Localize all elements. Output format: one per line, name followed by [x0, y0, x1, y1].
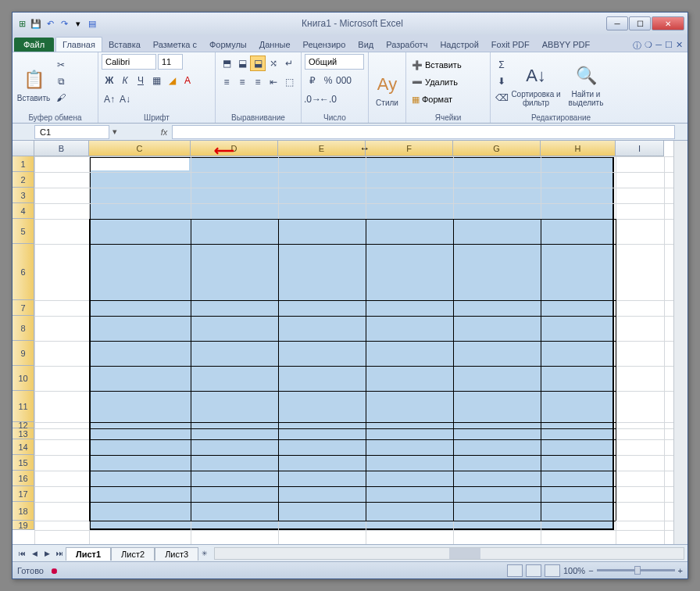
shrink-font-icon[interactable]: A↓ [117, 91, 133, 107]
worksheet-grid[interactable]: BCDEFGHI 12345678910111213141516171819 ⟵… [12, 141, 688, 544]
row-header-5[interactable]: 5 [12, 219, 34, 244]
fill-icon[interactable]: ⬇ [494, 73, 509, 89]
maximize-button[interactable]: ☐ [629, 16, 651, 30]
row-header-11[interactable]: 11 [12, 391, 34, 422]
macro-record-icon[interactable]: ⏺ [50, 566, 59, 575]
increase-decimal-icon[interactable]: .0→ [305, 91, 320, 107]
tab-abbyy[interactable]: ABBYY PDF [536, 38, 597, 52]
sheet-tab-2[interactable]: Лист2 [111, 547, 155, 561]
align-left-icon[interactable]: ≡ [219, 74, 234, 90]
row-header-16[interactable]: 16 [12, 471, 34, 486]
zoom-in-icon[interactable]: + [678, 566, 683, 575]
copy-icon[interactable]: ⧉ [53, 73, 69, 89]
cut-icon[interactable]: ✂ [53, 57, 69, 73]
align-bottom-icon[interactable]: ⬓ [250, 56, 266, 71]
fx-icon[interactable]: fx [156, 127, 172, 137]
column-header-G[interactable]: G [453, 141, 541, 156]
styles-button[interactable]: Ay Стили [372, 54, 402, 121]
align-right-icon[interactable]: ≡ [250, 74, 266, 90]
namebox-dropdown-icon[interactable]: ▾ [109, 127, 120, 137]
tab-data[interactable]: Данные [253, 38, 297, 52]
doc-close-icon[interactable]: ✕ [676, 40, 683, 52]
merge-icon[interactable]: ⬚ [281, 74, 297, 90]
redo-icon[interactable]: ↷ [58, 17, 70, 30]
row-header-17[interactable]: 17 [12, 486, 34, 502]
undo-icon[interactable]: ↶ [44, 17, 56, 30]
autosum-icon[interactable]: Σ [494, 57, 509, 73]
tab-layout[interactable]: Разметка с [147, 38, 203, 52]
row-header-10[interactable]: 10 [12, 366, 34, 391]
row-header-15[interactable]: 15 [12, 455, 34, 471]
sheet-tab-1[interactable]: Лист1 [66, 547, 111, 561]
number-format[interactable]: Общий [305, 54, 364, 70]
tab-review[interactable]: Рецензиро [297, 38, 352, 52]
comma-icon[interactable]: 000 [336, 73, 352, 88]
align-top-icon[interactable]: ⬒ [219, 56, 234, 71]
row-header-1[interactable]: 1 [12, 156, 34, 172]
currency-icon[interactable]: ₽ [305, 73, 320, 88]
normal-view-button[interactable] [507, 564, 523, 577]
bold-button[interactable]: Ж [102, 73, 117, 88]
column-header-H[interactable]: H [541, 141, 616, 156]
paste-button[interactable]: 📋 Вставить [16, 54, 52, 113]
row-header-18[interactable]: 18 [12, 502, 34, 521]
minimize-ribbon-icon[interactable]: ⓘ [633, 40, 641, 52]
save-icon[interactable]: 💾 [30, 17, 42, 30]
format-cells-button[interactable]: ▦Формат [409, 91, 487, 107]
row-header-4[interactable]: 4 [12, 203, 34, 219]
column-header-I[interactable]: I [616, 141, 664, 156]
italic-button[interactable]: К [117, 73, 133, 88]
align-middle-icon[interactable]: ⬓ [234, 56, 250, 71]
sheet-nav-next-icon[interactable]: ▶ [41, 547, 53, 560]
sheet-nav-last-icon[interactable]: ⏭ [53, 547, 66, 560]
indent-dec-icon[interactable]: ⇤ [266, 74, 281, 90]
font-color-button[interactable]: A [180, 73, 195, 88]
find-select-button[interactable]: 🔍 Найти и выделить [562, 54, 609, 113]
tab-home[interactable]: Главная [55, 37, 102, 52]
row-header-13[interactable]: 13 [12, 428, 34, 439]
tab-view[interactable]: Вид [352, 38, 380, 52]
column-header-D[interactable]: D [191, 141, 278, 156]
column-header-C[interactable]: C [89, 141, 191, 156]
grow-font-icon[interactable]: A↑ [102, 91, 117, 107]
select-all-corner[interactable] [12, 141, 34, 156]
sort-filter-button[interactable]: A↓ Сортировка и фильтр [511, 54, 561, 113]
border-button[interactable]: ▦ [148, 73, 164, 88]
row-header-7[interactable]: 7 [12, 300, 34, 316]
font-size[interactable]: 11 [158, 54, 183, 70]
new-sheet-icon[interactable]: ✳ [198, 547, 211, 560]
name-box[interactable]: C1 [34, 125, 109, 139]
row-header-19[interactable]: 19 [12, 521, 34, 530]
help-icon[interactable]: ❍ [645, 40, 652, 52]
column-header-F[interactable]: F [366, 141, 453, 156]
row-header-3[interactable]: 3 [12, 188, 34, 203]
tab-insert[interactable]: Вставка [102, 38, 147, 52]
sheet-tab-3[interactable]: Лист3 [155, 547, 198, 561]
insert-cells-button[interactable]: ➕Вставить [409, 57, 487, 73]
decrease-decimal-icon[interactable]: ←.0 [320, 91, 336, 107]
tab-formulas[interactable]: Формулы [203, 38, 253, 52]
horizontal-scrollbar[interactable] [214, 547, 684, 560]
percent-icon[interactable]: % [320, 73, 336, 88]
fill-color-button[interactable]: ◢ [164, 73, 180, 88]
zoom-level[interactable]: 100% [563, 566, 585, 575]
zoom-slider[interactable] [597, 569, 675, 571]
tab-developer[interactable]: Разработч [380, 38, 434, 52]
orientation-icon[interactable]: ⤭ [266, 56, 281, 71]
column-header-E[interactable]: E [278, 141, 366, 156]
row-header-14[interactable]: 14 [12, 439, 34, 455]
page-layout-view-button[interactable] [526, 564, 541, 577]
close-button[interactable]: ✕ [652, 16, 684, 30]
underline-button[interactable]: Ч [133, 73, 148, 88]
clear-icon[interactable]: ⌫ [494, 90, 509, 106]
wrap-text-icon[interactable]: ↵ [281, 56, 297, 71]
column-headers[interactable]: BCDEFGHI [34, 141, 664, 156]
row-headers[interactable]: 12345678910111213141516171819 [12, 156, 34, 530]
tab-foxit[interactable]: Foxit PDF [485, 38, 536, 52]
row-header-12[interactable]: 12 [12, 422, 34, 428]
doc-restore-icon[interactable]: ☐ [665, 40, 673, 52]
format-painter-icon[interactable]: 🖌 [53, 90, 69, 106]
align-center-icon[interactable]: ≡ [234, 74, 250, 90]
qat-more-icon[interactable]: ▾ [72, 17, 84, 30]
qat-extra-icon[interactable]: ▤ [86, 17, 98, 30]
